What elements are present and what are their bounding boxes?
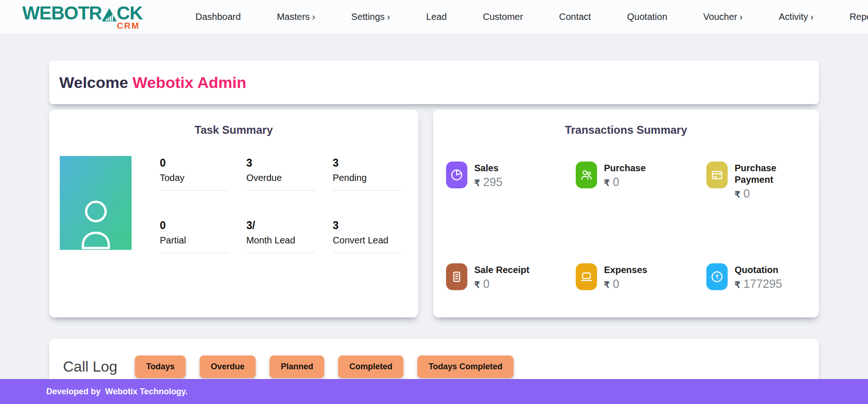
- rupee-symbol: ₹: [474, 178, 480, 188]
- task-stat-today: 0Today: [160, 158, 239, 191]
- nav-item-customer[interactable]: Customer: [483, 12, 523, 22]
- stat-divider: [160, 253, 229, 253]
- transaction-amount: 0: [483, 277, 490, 291]
- stat-divider: [333, 190, 402, 191]
- nav-item-label: Customer: [483, 12, 523, 22]
- transaction-value: ₹0: [735, 187, 811, 200]
- task-stat-partial: 0Partial: [160, 220, 239, 253]
- rupee-symbol: ₹: [604, 280, 610, 290]
- transaction-label: Quotation: [735, 264, 782, 276]
- stat-value: 3: [333, 158, 412, 168]
- nav-item-label: Activity: [779, 12, 808, 22]
- transaction-text: Sale Receipt₹0: [474, 263, 529, 291]
- main-nav-menu: DashboardMasters›Settings›LeadCustomerCo…: [195, 0, 868, 34]
- stat-divider: [246, 190, 316, 191]
- transaction-item-expenses: Expenses₹0: [576, 263, 706, 291]
- transactions-summary-card: Transactions Summary Sales₹295Purchase₹0…: [433, 110, 819, 317]
- nav-item-quotation[interactable]: Quotation: [627, 12, 667, 22]
- user-avatar: [60, 156, 132, 250]
- chevron-right-icon: ›: [811, 12, 814, 21]
- transaction-text: Purchase₹0: [604, 162, 646, 189]
- transaction-item-quotation: ₹Quotation₹177295: [706, 263, 815, 291]
- stat-value: 0: [160, 220, 239, 231]
- rupee-symbol: ₹: [735, 280, 740, 290]
- transaction-value: ₹0: [474, 277, 529, 291]
- task-stat-overdue: 3Overdue: [246, 158, 326, 191]
- call-log-button-planned[interactable]: Planned: [270, 355, 324, 378]
- transaction-amount: 0: [613, 277, 619, 291]
- task-summary-card: Task Summary 0Today3Overdue3Pending0Part…: [49, 110, 418, 317]
- task-stats-grid: 0Today3Overdue3Pending0Partial3/Month Le…: [160, 158, 412, 253]
- pie-chart-icon: [446, 162, 467, 188]
- transaction-label: Sales: [474, 162, 503, 174]
- logo-triangle-chart-icon: [101, 7, 117, 22]
- transactions-grid: Sales₹295Purchase₹0Purchase Payment₹0Sal…: [446, 162, 815, 291]
- call-log-filter-buttons: TodaysOverduePlannedCompletedTodays Comp…: [135, 355, 513, 378]
- top-navbar: WEBOTR CK CRM DashboardMasters›Settings›…: [0, 0, 868, 34]
- welcome-heading: Welcome Webotix Admin: [59, 74, 246, 92]
- transaction-value: ₹0: [604, 277, 647, 291]
- stat-divider: [160, 190, 229, 191]
- transaction-item-purchase-payment: Purchase Payment₹0: [706, 162, 815, 200]
- footer-credit-text: Developed by Webotix Technology.: [46, 387, 188, 397]
- transaction-value: ₹295: [474, 175, 503, 189]
- nav-item-contact[interactable]: Contact: [559, 12, 591, 22]
- nav-item-dashboard[interactable]: Dashboard: [195, 12, 241, 22]
- call-log-button-overdue[interactable]: Overdue: [200, 355, 256, 378]
- stat-label: Month Lead: [246, 235, 326, 246]
- transaction-text: Quotation₹177295: [735, 263, 782, 291]
- logo-text-left: WEBOTR: [22, 4, 102, 22]
- stat-label: Partial: [160, 235, 239, 246]
- rupee-badge-icon: ₹: [706, 263, 728, 290]
- call-log-button-todays[interactable]: Todays: [135, 355, 186, 378]
- nav-item-lead[interactable]: Lead: [426, 12, 447, 22]
- nav-item-label: Voucher: [703, 12, 737, 22]
- nav-item-voucher[interactable]: Voucher›: [703, 12, 742, 22]
- task-stat-convert-lead: 3Convert Lead: [333, 220, 412, 253]
- transaction-text: Expenses₹0: [604, 263, 647, 291]
- stat-label: Convert Lead: [333, 235, 412, 246]
- nav-item-label: Repo: [849, 12, 868, 22]
- users-icon: [576, 162, 597, 188]
- transaction-amount: 177295: [743, 277, 782, 291]
- transaction-label: Purchase Payment: [735, 162, 811, 186]
- stat-label: Overdue: [246, 173, 326, 183]
- receipt-icon: [446, 263, 467, 290]
- transaction-label: Expenses: [604, 264, 647, 276]
- stat-divider: [333, 253, 402, 253]
- stat-value: 3/: [246, 220, 326, 231]
- nav-item-masters[interactable]: Masters›: [277, 12, 315, 22]
- nav-item-label: Quotation: [627, 12, 667, 22]
- svg-text:₹: ₹: [715, 273, 719, 280]
- transactions-summary-title: Transactions Summary: [433, 124, 819, 137]
- transaction-text: Sales₹295: [474, 162, 503, 189]
- transaction-text: Purchase Payment₹0: [735, 162, 811, 200]
- rupee-symbol: ₹: [604, 178, 610, 188]
- transaction-label: Sale Receipt: [474, 264, 529, 276]
- nav-item-label: Contact: [559, 12, 591, 22]
- transaction-item-sales: Sales₹295: [446, 162, 576, 189]
- admin-name: Webotix Admin: [132, 74, 246, 91]
- rupee-symbol: ₹: [474, 280, 480, 290]
- chevron-right-icon: ›: [740, 12, 743, 21]
- nav-item-label: Masters: [277, 12, 310, 22]
- nav-item-settings[interactable]: Settings›: [351, 12, 390, 22]
- nav-item-repo[interactable]: Repo: [849, 12, 868, 22]
- call-log-button-todays-completed[interactable]: Todays Completed: [417, 355, 514, 378]
- person-silhouette-icon: [73, 190, 119, 250]
- call-log-button-completed[interactable]: Completed: [338, 355, 403, 378]
- rupee-symbol: ₹: [735, 189, 740, 200]
- footer-bar: Developed by Webotix Technology.: [0, 379, 868, 404]
- transaction-value: ₹177295: [735, 277, 782, 291]
- transaction-label: Purchase: [604, 162, 646, 174]
- crm-dashboard-screen: WEBOTR CK CRM DashboardMasters›Settings›…: [0, 0, 868, 404]
- stat-label: Today: [160, 173, 239, 183]
- welcome-card: Welcome Webotix Admin: [49, 61, 819, 104]
- nav-item-activity[interactable]: Activity›: [779, 12, 813, 22]
- webotrack-logo[interactable]: WEBOTR CK CRM: [22, 4, 143, 30]
- credit-card-icon: [706, 162, 728, 188]
- transaction-amount: 295: [483, 175, 503, 189]
- stat-value: 3: [246, 158, 326, 168]
- transaction-item-purchase: Purchase₹0: [576, 162, 706, 189]
- nav-item-label: Settings: [351, 12, 384, 22]
